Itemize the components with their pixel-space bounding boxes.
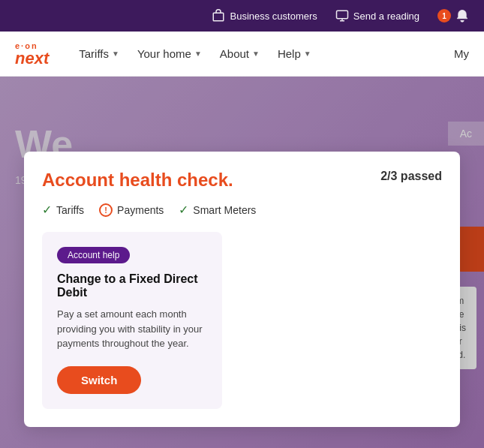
chevron-down-icon: ▼	[252, 50, 260, 58]
health-check-modal: Account health check. 2/3 passed ✓ Tarif…	[24, 152, 460, 427]
chevron-down-icon: ▼	[194, 50, 202, 58]
nav-my[interactable]: My	[454, 47, 469, 60]
account-help-card: Account help Change to a Fixed Direct De…	[42, 232, 222, 409]
card-tag: Account help	[57, 247, 130, 263]
checkmark-icon: ✓	[179, 203, 188, 217]
check-smart-meters: ✓ Smart Meters	[179, 203, 256, 217]
card-description: Pay a set amount each month providing yo…	[57, 307, 207, 351]
nav-help[interactable]: Help ▼	[278, 47, 311, 60]
modal-title: Account health check.	[42, 170, 233, 191]
check-payments: ! Payments	[99, 203, 164, 217]
nav-about[interactable]: About ▼	[220, 47, 260, 60]
modal-passed: 2/3 passed	[380, 170, 442, 183]
card-title: Change to a Fixed Direct Debit	[57, 272, 207, 299]
svg-rect-1	[336, 11, 347, 19]
logo[interactable]: e·on next	[15, 41, 49, 67]
send-reading-link[interactable]: Send a reading	[335, 9, 419, 23]
notification-badge: 1	[437, 9, 451, 23]
nav-bar: e·on next Tariffs ▼ Your home ▼ About ▼ …	[0, 32, 484, 77]
modal-header: Account health check. 2/3 passed	[42, 170, 442, 191]
top-bar: Business customers Send a reading 1	[0, 0, 484, 32]
nav-your-home[interactable]: Your home ▼	[137, 47, 202, 60]
warning-icon: !	[99, 203, 113, 217]
chevron-down-icon: ▼	[112, 50, 119, 58]
notifications-icon[interactable]: 1	[437, 9, 469, 23]
nav-tariffs[interactable]: Tariffs ▼	[79, 47, 119, 60]
check-tariffs: ✓ Tariffs	[42, 203, 84, 217]
logo-next-text: next	[15, 50, 49, 67]
business-customers-link[interactable]: Business customers	[212, 9, 317, 23]
page-background: We 192 G... Ac t paym payme ment is s af…	[0, 77, 484, 448]
svg-rect-0	[214, 13, 224, 21]
modal-checks: ✓ Tariffs ! Payments ✓ Smart Meters	[42, 203, 442, 217]
checkmark-icon: ✓	[42, 203, 52, 217]
chevron-down-icon: ▼	[304, 50, 311, 58]
switch-button[interactable]: Switch	[57, 366, 141, 394]
